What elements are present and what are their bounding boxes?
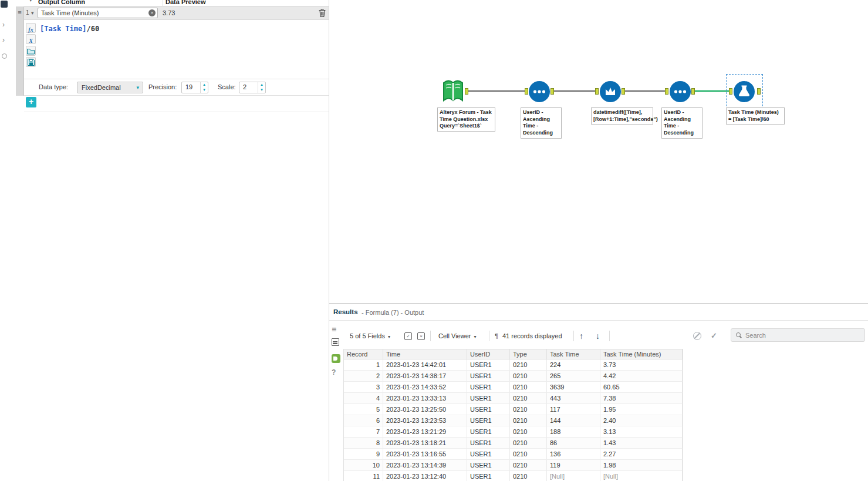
column-header-record[interactable]: Record [344,349,383,359]
column-header-type[interactable]: Type [510,349,547,359]
cancel-icon[interactable] [693,332,701,340]
multi-row-formula-icon [600,81,621,102]
row-expand-icon[interactable]: ▾ [31,10,34,16]
fields-dropdown[interactable]: 5 of 5 Fields▾ [350,329,390,342]
cell-task-time: 119 [547,460,600,470]
search-icon [736,332,741,337]
add-expression-button[interactable]: + [26,97,36,107]
precision-value: 19 [185,83,192,90]
tool-annotation[interactable]: datetimediff([Time], [Row+1:Time],"secon… [591,107,653,125]
tool-annotation[interactable]: UserID - Ascending Time - Descending [521,107,562,139]
cell-time: 2023-01-23 13:21:29 [383,426,467,437]
open-expression-button[interactable] [26,46,36,56]
cell-task-time-minutes: 1.98 [600,460,683,470]
collapse-panel-icon-2[interactable]: › [2,36,5,43]
input-anchor[interactable] [665,88,668,95]
data-grid-icon[interactable] [332,354,340,363]
cell-time: 2023-01-23 13:18:21 [383,438,467,448]
scale-label: Scale: [218,83,236,90]
column-header-task-time[interactable]: Task Time [547,349,600,359]
cell-time: 2023-01-23 13:16:55 [383,449,467,459]
panel-dock-icon[interactable] [1,1,8,8]
search-box[interactable] [731,328,865,342]
output-anchor[interactable] [622,88,625,95]
tool-annotation[interactable]: UserID - Ascending Time - Descending [661,107,702,139]
cell-time: 2023-01-23 13:12:40 [383,471,467,481]
row-drag-handle-icon[interactable]: ≡ [16,8,23,16]
list-view-icon[interactable]: ≡ [332,325,336,334]
precision-stepper[interactable]: 19 ▴ ▾ [181,82,208,93]
workflow-canvas[interactable]: Alteryx Forum - Task Time Question.xlsx … [329,0,868,303]
formula-editor[interactable]: fx X [Task Time]/60 [24,20,329,79]
scale-down-icon[interactable]: ▾ [258,88,265,93]
scale-up-icon[interactable]: ▴ [258,82,265,88]
output-anchor[interactable] [757,88,761,95]
output-anchor[interactable] [691,88,695,95]
delete-expression-icon[interactable] [319,9,326,19]
fields-dropdown-label: 5 of 5 Fields [350,332,385,339]
results-table: Record Time UserID Type Task Time Task T… [343,349,683,481]
table-view-icon[interactable] [332,338,339,346]
search-input[interactable] [745,329,863,341]
select-fields-icon[interactable]: ✓ [404,332,412,340]
tool-multi-row-formula[interactable] [600,81,621,102]
precision-down-icon[interactable]: ▾ [201,88,208,93]
variables-button[interactable]: X [26,34,36,44]
tool-sort-2[interactable] [670,81,691,102]
expand-all-icon[interactable]: ▾ [29,0,32,3]
apply-icon[interactable]: ✓ [711,329,717,342]
cell-task-time-minutes: 1.43 [600,438,683,448]
cell-type: 0210 [510,438,547,448]
functions-button[interactable]: fx [26,23,36,33]
cell-task-time-minutes: 60.65 [600,382,683,392]
cell-userid: USER1 [467,415,510,426]
collapse-panel-icon[interactable]: › [2,21,5,28]
results-table-body: 1 2023-01-23 14:42:01 USER1 0210 224 3.7… [344,359,683,481]
cell-userid: USER1 [467,371,510,381]
config-divider [24,112,329,112]
whitespace-toggle-icon[interactable]: ¶ [495,329,498,342]
precision-up-icon[interactable]: ▴ [201,82,208,88]
tool-annotation[interactable]: Task Time (Minutes) = [Task Time]/60 [726,107,785,125]
panel-toggle-icon[interactable] [2,53,7,59]
output-anchor[interactable] [550,88,554,95]
output-anchor[interactable] [465,88,468,95]
formula-grid-header: ▾ Output Column Data Preview [24,0,329,6]
cell-type: 0210 [510,359,547,370]
save-expression-button[interactable] [26,57,36,67]
output-column-input[interactable]: Task Time (Minutes) [38,8,158,18]
scroll-down-icon[interactable]: ↓ [596,329,600,342]
data-preview-header: Data Preview [166,0,205,6]
column-header-userid[interactable]: UserID [467,349,510,359]
help-icon[interactable]: ? [332,368,336,376]
clear-column-icon[interactable]: × [148,9,156,16]
column-header-task-time-minutes[interactable]: Task Time (Minutes) [600,349,683,359]
input-anchor[interactable] [729,88,732,95]
cell-type: 0210 [510,415,547,426]
tool-sort-1[interactable] [529,81,550,102]
cell-userid: USER1 [467,382,510,392]
expression-field-token: [Task Time] [40,25,86,33]
scroll-up-icon[interactable]: ↑ [579,329,583,342]
scale-stepper[interactable]: 2 ▴ ▾ [239,82,266,93]
cell-type: 0210 [510,393,547,403]
cell-task-time: 144 [547,415,600,426]
cell-userid: USER1 [467,393,510,403]
deselect-fields-icon[interactable]: × [417,332,425,340]
column-divider [163,0,163,6]
column-header-time[interactable]: Time [383,349,467,359]
save-icon [28,59,35,66]
cell-viewer-dropdown[interactable]: Cell Viewer▾ [438,329,476,342]
table-row: 11 2023-01-23 13:12:40 USER1 0210 [Null]… [344,471,683,481]
input-anchor[interactable] [525,88,528,95]
expression-code[interactable]: [Task Time]/60 [40,25,99,33]
cell-task-time: 265 [547,371,600,381]
tool-input-data[interactable] [441,78,465,107]
tool-annotation[interactable]: Alteryx Forum - Task Time Question.xlsx … [437,107,495,132]
cell-task-time: 188 [547,426,600,437]
tool-formula[interactable] [734,81,755,102]
input-anchor[interactable] [595,88,599,95]
results-title-bar: Results - Formula (7) - Output [329,304,868,321]
data-type-select[interactable]: FixedDecimal ▾ [77,82,143,93]
expression-row: 1 ▾ Task Time (Minutes) × 3.73 [24,6,329,20]
